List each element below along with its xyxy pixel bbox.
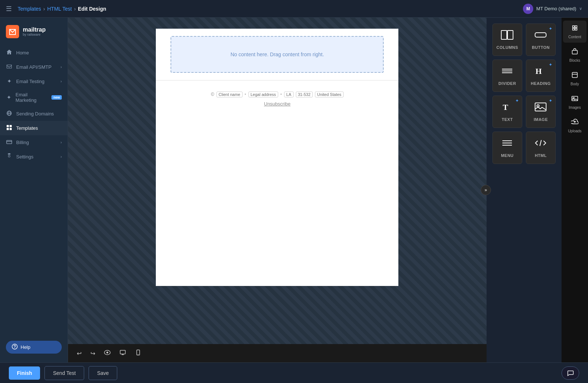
svg-rect-4 [10, 125, 12, 127]
images-tab-icon [571, 95, 578, 104]
redo-button[interactable]: ↪ [87, 348, 98, 359]
tab-content[interactable]: Content [563, 21, 587, 43]
blocks-tab-label: Blocks [569, 58, 580, 62]
sidebar-item-settings[interactable]: Settings › [0, 150, 68, 164]
new-badge: new [51, 95, 62, 100]
save-button[interactable]: Save [89, 366, 117, 380]
logo: mailtrap by railsware [0, 22, 68, 46]
tab-images[interactable]: Images [563, 91, 587, 113]
breadcrumb-templates[interactable]: Templates [18, 6, 41, 12]
editor-area: No content here. Drag content from right… [68, 18, 487, 362]
block-text-label: TEXT [502, 117, 513, 122]
arrow-icon-billing: › [61, 140, 62, 144]
sidebar-label-home: Home [16, 50, 29, 56]
sidebar-label-billing: Billing [16, 140, 29, 145]
button-sparkle-icon: ✦ [549, 26, 552, 31]
tab-uploads[interactable]: Uploads [563, 115, 587, 137]
desktop-button[interactable] [116, 347, 129, 359]
drop-zone-text: No content here. Drag content from right… [230, 51, 324, 57]
main-layout: mailtrap by railsware Home Email API/SMT… [0, 18, 588, 362]
sidebar-item-home[interactable]: Home [0, 46, 68, 60]
sidebar-label-settings: Settings [16, 154, 33, 160]
image-sparkle-icon: ✦ [549, 98, 552, 103]
blocks-tab-icon [571, 48, 578, 57]
finish-button[interactable]: Finish [9, 366, 40, 380]
sidebar-bottom: Help [0, 336, 68, 358]
uploads-tab-icon [571, 118, 578, 128]
chat-button[interactable] [562, 366, 579, 380]
logo-icon [6, 25, 19, 38]
sidebar-item-sending-domains[interactable]: Sending Domains [0, 107, 68, 121]
tab-blocks[interactable]: Blocks [563, 44, 587, 66]
unsubscribe-link[interactable]: Unsubscribe [264, 101, 290, 107]
svg-rect-7 [7, 140, 12, 144]
footer-legal-address[interactable]: Legal address [248, 92, 278, 97]
svg-rect-15 [501, 31, 507, 39]
sidebar-item-email-testing[interactable]: ✦ Email Testing › [0, 74, 68, 88]
menu-icon [501, 138, 514, 150]
sidebar-label-sending-domains: Sending Domains [16, 111, 54, 117]
breadcrumb-sep2: › [74, 6, 76, 12]
block-heading[interactable]: ✦ H HEADING [526, 60, 556, 92]
svg-rect-0 [7, 26, 18, 37]
svg-text:T: T [503, 103, 508, 112]
sidebar-item-templates[interactable]: Templates [0, 121, 68, 135]
preview-button[interactable] [101, 347, 114, 359]
sidebar-item-email-api[interactable]: Email API/SMTP › [0, 60, 68, 74]
sidebar-item-email-marketing[interactable]: ✦ Email Marketing new [0, 88, 68, 107]
user-chevron-icon[interactable]: ∨ [579, 6, 582, 11]
undo-button[interactable]: ↩ [74, 348, 85, 359]
text-icon: T [501, 102, 514, 114]
drop-zone[interactable]: No content here. Drag content from right… [171, 36, 384, 73]
send-test-button[interactable]: Send Test [44, 366, 84, 380]
menu-icon[interactable]: ☰ [6, 5, 12, 13]
body-tab-label: Body [571, 82, 579, 86]
breadcrumb-sep1: › [43, 6, 45, 12]
sidebar-label-templates: Templates [16, 125, 38, 131]
svg-rect-5 [7, 128, 9, 130]
block-columns-label: COLUMNS [496, 45, 518, 50]
footer-unsubscribe: Unsubscribe [171, 101, 384, 107]
block-button[interactable]: ✦ BUTTON [526, 24, 556, 56]
block-html[interactable]: HTML [526, 132, 556, 164]
tab-body[interactable]: Body [563, 68, 587, 90]
block-image[interactable]: ✦ IMAGE [526, 96, 556, 128]
svg-point-14 [138, 354, 139, 355]
columns-icon [501, 30, 514, 42]
text-sparkle-icon: ✦ [515, 98, 519, 103]
mobile-button[interactable] [132, 347, 144, 359]
editor-toolbar: ↩ ↪ [68, 344, 487, 362]
footer-sep2: • [280, 92, 282, 97]
footer-state[interactable]: LA [284, 92, 293, 97]
block-divider[interactable]: DIVIDER [492, 60, 522, 92]
footer-client-name[interactable]: Client name [216, 92, 243, 97]
block-menu[interactable]: MENU [492, 132, 522, 164]
heading-icon: H [534, 66, 547, 78]
footer-info: © Client name • Legal address • LA 31-53… [171, 92, 384, 97]
block-menu-label: MENU [501, 153, 513, 158]
breadcrumb-html-test[interactable]: HTML Test [47, 6, 72, 12]
footer-copyright: © [211, 92, 214, 97]
collapse-button[interactable]: » [481, 185, 491, 195]
sidebar: mailtrap by railsware Home Email API/SMT… [0, 18, 68, 362]
logo-text: mailtrap by railsware [23, 27, 46, 36]
sidebar-label-email-api: Email API/SMTP [16, 64, 51, 70]
footer-sep1: • [245, 92, 246, 97]
panel-wrapper: » COLUMNS ✦ [487, 18, 588, 362]
help-button[interactable]: Help [6, 341, 62, 354]
sidebar-item-billing[interactable]: Billing › [0, 135, 68, 150]
heading-sparkle-icon: ✦ [549, 62, 552, 67]
billing-icon [6, 139, 12, 146]
svg-rect-3 [7, 125, 9, 127]
block-text[interactable]: ✦ T TEXT [492, 96, 522, 128]
footer-zip[interactable]: 31-532 [296, 92, 313, 97]
action-right [562, 366, 579, 380]
content-blocks: COLUMNS ✦ BUTTON [487, 18, 562, 362]
right-tabs: Content Blocks Body [562, 18, 588, 362]
divider-icon [501, 66, 514, 78]
footer-country[interactable]: United States [315, 92, 344, 97]
email-marketing-icon: ✦ [6, 94, 12, 101]
images-tab-label: Images [569, 105, 581, 110]
block-columns[interactable]: COLUMNS [492, 24, 522, 56]
svg-point-9 [14, 348, 15, 348]
